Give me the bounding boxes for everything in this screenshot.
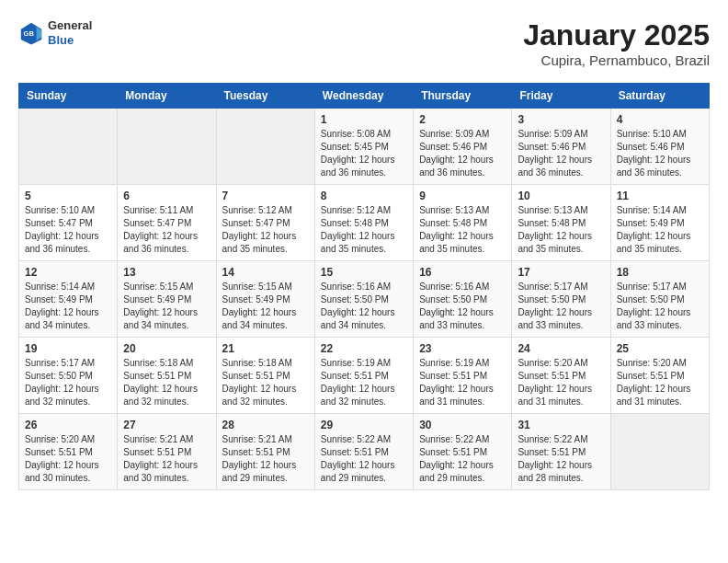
calendar-cell: 17Sunrise: 5:17 AM Sunset: 5:50 PM Dayli… — [512, 261, 610, 338]
day-info: Sunrise: 5:14 AM Sunset: 5:49 PM Dayligh… — [617, 204, 703, 256]
calendar-cell: 23Sunrise: 5:19 AM Sunset: 5:51 PM Dayli… — [414, 338, 512, 414]
day-number: 9 — [419, 190, 506, 202]
page-header: GB General Blue January 2025 Cupira, Per… — [18, 18, 710, 68]
weekday-header-wednesday: Wednesday — [314, 84, 413, 109]
day-number: 19 — [25, 342, 111, 355]
calendar-cell: 9Sunrise: 5:13 AM Sunset: 5:48 PM Daylig… — [414, 185, 512, 261]
calendar-week-row: 5Sunrise: 5:10 AM Sunset: 5:47 PM Daylig… — [19, 185, 710, 261]
day-info: Sunrise: 5:10 AM Sunset: 5:47 PM Dayligh… — [25, 204, 111, 256]
day-info: Sunrise: 5:19 AM Sunset: 5:51 PM Dayligh… — [419, 357, 506, 408]
day-info: Sunrise: 5:17 AM Sunset: 5:50 PM Dayligh… — [518, 281, 604, 332]
day-info: Sunrise: 5:15 AM Sunset: 5:49 PM Dayligh… — [123, 281, 210, 332]
day-number: 27 — [123, 419, 210, 431]
day-number: 25 — [617, 342, 703, 355]
day-number: 16 — [419, 266, 506, 279]
day-info: Sunrise: 5:21 AM Sunset: 5:51 PM Dayligh… — [123, 433, 210, 485]
calendar-cell: 21Sunrise: 5:18 AM Sunset: 5:51 PM Dayli… — [216, 338, 314, 414]
day-number: 20 — [123, 342, 210, 355]
calendar-week-row: 19Sunrise: 5:17 AM Sunset: 5:50 PM Dayli… — [19, 338, 710, 414]
calendar-cell: 1Sunrise: 5:08 AM Sunset: 5:45 PM Daylig… — [314, 109, 413, 185]
logo-blue: Blue — [48, 33, 92, 48]
calendar-cell: 30Sunrise: 5:22 AM Sunset: 5:51 PM Dayli… — [414, 414, 512, 490]
calendar-cell: 11Sunrise: 5:14 AM Sunset: 5:49 PM Dayli… — [610, 185, 709, 261]
day-number: 1 — [321, 113, 407, 126]
day-info: Sunrise: 5:13 AM Sunset: 5:48 PM Dayligh… — [419, 204, 506, 256]
weekday-header-saturday: Saturday — [610, 84, 709, 109]
weekday-header-tuesday: Tuesday — [216, 84, 314, 109]
day-info: Sunrise: 5:22 AM Sunset: 5:51 PM Dayligh… — [321, 433, 407, 485]
day-info: Sunrise: 5:20 AM Sunset: 5:51 PM Dayligh… — [518, 357, 604, 408]
day-info: Sunrise: 5:22 AM Sunset: 5:51 PM Dayligh… — [518, 433, 604, 485]
day-number: 14 — [222, 266, 309, 279]
day-info: Sunrise: 5:09 AM Sunset: 5:46 PM Dayligh… — [518, 128, 604, 179]
day-number: 15 — [321, 266, 407, 279]
month-title: January 2025 — [523, 18, 710, 52]
calendar-cell: 5Sunrise: 5:10 AM Sunset: 5:47 PM Daylig… — [19, 185, 118, 261]
day-number: 4 — [617, 113, 703, 126]
calendar-week-row: 1Sunrise: 5:08 AM Sunset: 5:45 PM Daylig… — [19, 109, 710, 185]
day-number: 10 — [518, 190, 604, 202]
svg-text:GB: GB — [24, 29, 35, 37]
day-info: Sunrise: 5:22 AM Sunset: 5:51 PM Dayligh… — [419, 433, 506, 485]
day-number: 2 — [419, 113, 506, 126]
calendar-cell: 10Sunrise: 5:13 AM Sunset: 5:48 PM Dayli… — [512, 185, 610, 261]
day-info: Sunrise: 5:16 AM Sunset: 5:50 PM Dayligh… — [321, 281, 407, 332]
calendar-cell: 13Sunrise: 5:15 AM Sunset: 5:49 PM Dayli… — [118, 261, 216, 338]
day-info: Sunrise: 5:15 AM Sunset: 5:49 PM Dayligh… — [222, 281, 309, 332]
day-number: 3 — [518, 113, 604, 126]
calendar-cell: 6Sunrise: 5:11 AM Sunset: 5:47 PM Daylig… — [118, 185, 216, 261]
day-info: Sunrise: 5:09 AM Sunset: 5:46 PM Dayligh… — [419, 128, 506, 179]
weekday-header-friday: Friday — [512, 84, 610, 109]
calendar-cell: 15Sunrise: 5:16 AM Sunset: 5:50 PM Dayli… — [314, 261, 413, 338]
calendar-table: SundayMondayTuesdayWednesdayThursdayFrid… — [18, 83, 710, 490]
day-info: Sunrise: 5:13 AM Sunset: 5:48 PM Dayligh… — [518, 204, 604, 256]
calendar-cell — [118, 109, 216, 185]
weekday-header-sunday: Sunday — [19, 84, 118, 109]
logo-icon: GB — [18, 20, 44, 46]
day-info: Sunrise: 5:12 AM Sunset: 5:47 PM Dayligh… — [222, 204, 309, 256]
day-info: Sunrise: 5:17 AM Sunset: 5:50 PM Dayligh… — [617, 281, 703, 332]
calendar-cell: 3Sunrise: 5:09 AM Sunset: 5:46 PM Daylig… — [512, 109, 610, 185]
day-number: 5 — [25, 190, 111, 202]
day-info: Sunrise: 5:11 AM Sunset: 5:47 PM Dayligh… — [123, 204, 210, 256]
day-info: Sunrise: 5:18 AM Sunset: 5:51 PM Dayligh… — [222, 357, 309, 408]
calendar-cell: 8Sunrise: 5:12 AM Sunset: 5:48 PM Daylig… — [314, 185, 413, 261]
calendar-cell: 27Sunrise: 5:21 AM Sunset: 5:51 PM Dayli… — [118, 414, 216, 490]
day-info: Sunrise: 5:19 AM Sunset: 5:51 PM Dayligh… — [321, 357, 407, 408]
day-number: 24 — [518, 342, 604, 355]
day-number: 30 — [419, 419, 506, 431]
title-block: January 2025 Cupira, Pernambuco, Brazil — [523, 18, 710, 68]
day-number: 6 — [123, 190, 210, 202]
location: Cupira, Pernambuco, Brazil — [523, 52, 710, 68]
calendar-cell: 24Sunrise: 5:20 AM Sunset: 5:51 PM Dayli… — [512, 338, 610, 414]
calendar-week-row: 12Sunrise: 5:14 AM Sunset: 5:49 PM Dayli… — [19, 261, 710, 338]
day-number: 22 — [321, 342, 407, 355]
calendar-cell — [610, 414, 709, 490]
day-info: Sunrise: 5:14 AM Sunset: 5:49 PM Dayligh… — [25, 281, 111, 332]
calendar-cell: 20Sunrise: 5:18 AM Sunset: 5:51 PM Dayli… — [118, 338, 216, 414]
day-info: Sunrise: 5:18 AM Sunset: 5:51 PM Dayligh… — [123, 357, 210, 408]
calendar-cell: 4Sunrise: 5:10 AM Sunset: 5:46 PM Daylig… — [610, 109, 709, 185]
day-number: 11 — [617, 190, 703, 202]
day-number: 8 — [321, 190, 407, 202]
logo: GB General Blue — [18, 18, 92, 47]
weekday-header-monday: Monday — [118, 84, 216, 109]
day-info: Sunrise: 5:20 AM Sunset: 5:51 PM Dayligh… — [617, 357, 703, 408]
calendar-cell: 25Sunrise: 5:20 AM Sunset: 5:51 PM Dayli… — [610, 338, 709, 414]
day-number: 12 — [25, 266, 111, 279]
logo-text: General Blue — [48, 18, 92, 47]
day-info: Sunrise: 5:21 AM Sunset: 5:51 PM Dayligh… — [222, 433, 309, 485]
calendar-cell: 7Sunrise: 5:12 AM Sunset: 5:47 PM Daylig… — [216, 185, 314, 261]
day-info: Sunrise: 5:20 AM Sunset: 5:51 PM Dayligh… — [25, 433, 111, 485]
day-info: Sunrise: 5:08 AM Sunset: 5:45 PM Dayligh… — [321, 128, 407, 179]
day-number: 21 — [222, 342, 309, 355]
calendar-cell — [19, 109, 118, 185]
calendar-week-row: 26Sunrise: 5:20 AM Sunset: 5:51 PM Dayli… — [19, 414, 710, 490]
day-number: 7 — [222, 190, 309, 202]
day-number: 26 — [25, 419, 111, 431]
calendar-cell — [216, 109, 314, 185]
logo-general: General — [48, 18, 92, 33]
calendar-cell: 18Sunrise: 5:17 AM Sunset: 5:50 PM Dayli… — [610, 261, 709, 338]
calendar-cell: 12Sunrise: 5:14 AM Sunset: 5:49 PM Dayli… — [19, 261, 118, 338]
day-number: 17 — [518, 266, 604, 279]
